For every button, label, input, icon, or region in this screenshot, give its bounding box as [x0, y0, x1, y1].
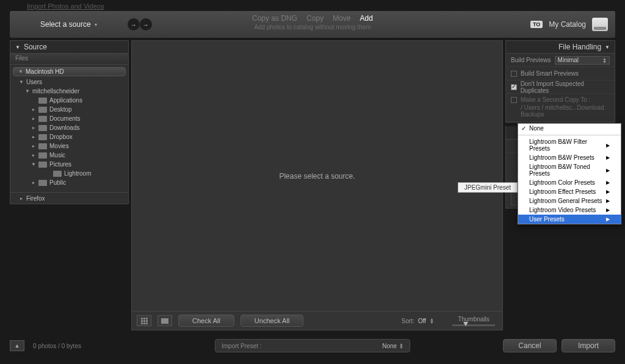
stepper-icon: ▲▼: [399, 343, 403, 349]
preview-footer: Check All Uncheck All Sort: Off ▲▼ Thumb…: [132, 312, 502, 330]
folder-icon: [38, 180, 47, 186]
source-header-label: Source: [24, 43, 47, 51]
source-forward-button[interactable]: →: [128, 18, 140, 30]
second-copy-row[interactable]: Make a Second Copy To : / Users / mitche…: [506, 94, 615, 122]
menu-item[interactable]: Lightroom B&W Presets: [518, 153, 621, 162]
stepper-icon: ▲▼: [602, 57, 607, 63]
chevron-right-icon: ▸: [31, 134, 36, 140]
loupe-view-button[interactable]: [157, 315, 172, 326]
slider-knob[interactable]: [463, 322, 468, 326]
menu-label: None: [529, 125, 544, 132]
minimize-button[interactable]: ▲: [10, 340, 24, 351]
menu-item[interactable]: Lightroom General Presets: [518, 196, 621, 205]
preview-placeholder: Please select a source.: [132, 41, 502, 312]
tree-label: Movies: [49, 143, 69, 149]
folder-icon: [38, 125, 47, 131]
files-bar: Files: [10, 54, 129, 65]
import-mode-group: Copy as DNG Copy Move Add Add photos to …: [248, 14, 377, 30]
tree-row-public[interactable]: ▸Public: [10, 178, 128, 187]
chevron-up-icon: ▲: [15, 343, 20, 349]
tree-label: mitchellschneider: [32, 88, 79, 95]
tree-row[interactable]: ▸Music: [10, 151, 128, 160]
checkbox-icon[interactable]: [511, 71, 517, 77]
source-tree: ▼ Macintosh HD ▼Users ▼mitchellschneider…: [10, 65, 129, 204]
dest-forward-button[interactable]: →: [140, 18, 152, 30]
second-copy-label: Make a Second Copy To :: [521, 96, 590, 103]
placeholder-text: Please select a source.: [279, 172, 355, 180]
build-previews-select[interactable]: Minimal ▲▼: [555, 56, 610, 65]
menu-item[interactable]: Lightroom B&W Filter Presets: [518, 137, 621, 153]
tree-row-firefox[interactable]: ▸Firefox: [10, 192, 128, 201]
chevron-right-icon: ▸: [31, 125, 36, 130]
preset-tooltip: JPEGmini Preset: [458, 182, 518, 193]
folder-icon: [53, 171, 62, 177]
tree-label: Documents: [49, 115, 81, 122]
tree-row[interactable]: ▸Documents: [10, 114, 128, 123]
tree-row-lightroom[interactable]: Lightroom: [10, 169, 128, 178]
tree-volume-row[interactable]: ▼ Macintosh HD: [13, 67, 126, 76]
build-previews-row[interactable]: Build Previews Minimal ▲▼: [506, 54, 615, 67]
smart-previews-row[interactable]: Build Smart Previews: [506, 67, 615, 80]
tree-label: Applications: [49, 97, 82, 104]
menu-label: Lightroom Color Presets: [529, 179, 595, 186]
select-source-label: Select a source: [40, 20, 91, 29]
chevron-right-icon: ▸: [31, 116, 36, 121]
file-handling-header[interactable]: File Handling ▼: [505, 40, 615, 54]
chevron-down-icon: ▼: [25, 88, 30, 94]
import-button[interactable]: Import: [562, 339, 615, 352]
mode-subtitle: Add photos to catalog without moving the…: [248, 24, 377, 30]
mode-add[interactable]: Add: [360, 14, 373, 23]
select-source-button[interactable]: Select a source ▾: [40, 20, 97, 29]
sort-control[interactable]: Sort: Off ▲▼: [402, 318, 434, 324]
mode-move[interactable]: Move: [333, 14, 350, 23]
mode-copy[interactable]: Copy: [306, 14, 323, 23]
disk-icon: [592, 18, 608, 31]
menu-label: Lightroom B&W Presets: [529, 154, 594, 161]
import-status: 0 photos / 0 bytes: [33, 343, 81, 349]
destination-group[interactable]: TO My Catalog: [530, 18, 608, 31]
mode-copy-as-dng[interactable]: Copy as DNG: [252, 14, 297, 23]
source-panel-header[interactable]: ▼ Source: [10, 40, 129, 54]
tree-row[interactable]: Applications: [10, 96, 128, 105]
no-duplicates-row[interactable]: Don't Import Suspected Duplicates: [506, 80, 615, 94]
menu-item-none[interactable]: None: [518, 124, 621, 133]
folder-icon: [38, 134, 47, 140]
folder-icon: [38, 162, 47, 168]
menu-item[interactable]: Lightroom Effect Presets: [518, 187, 621, 196]
import-preset-label: Import Preset :: [222, 343, 262, 349]
menu-item[interactable]: Lightroom B&W Toned Presets: [518, 162, 621, 178]
folder-icon: [38, 107, 47, 113]
menu-item[interactable]: Lightroom Video Presets: [518, 205, 621, 215]
cancel-button[interactable]: Cancel: [503, 339, 557, 352]
menu-item-user-presets[interactable]: User Presets: [518, 215, 621, 224]
tree-row-user[interactable]: ▼mitchellschneider: [10, 87, 128, 96]
menu-item[interactable]: Lightroom Color Presets: [518, 178, 621, 187]
tree-row[interactable]: ▸Movies: [10, 141, 128, 151]
checkbox-icon[interactable]: [511, 97, 517, 103]
thumbnail-slider[interactable]: [452, 324, 495, 326]
tree-label: Macintosh HD: [26, 68, 64, 75]
import-preset-bar[interactable]: Import Preset : None▲▼: [215, 339, 410, 352]
tree-row[interactable]: ▸Downloads: [10, 123, 128, 132]
thumbnail-size-control[interactable]: Thumbnails: [452, 316, 495, 326]
check-all-button[interactable]: Check All: [178, 315, 234, 327]
tree-label: Public: [49, 179, 66, 186]
destination-name: My Catalog: [549, 20, 586, 29]
second-copy-path: / Users / mitchellsc...Download Backups: [511, 104, 610, 118]
tree-row-pictures[interactable]: ▼Pictures: [10, 160, 128, 169]
uncheck-all-button[interactable]: Uncheck All: [240, 315, 303, 327]
tree-row[interactable]: ▸Desktop: [10, 105, 128, 114]
grid-view-button[interactable]: [137, 315, 151, 326]
menu-separator: [518, 135, 621, 135]
chevron-down-icon: ▾: [95, 22, 97, 27]
chevron-down-icon: ▼: [605, 45, 610, 50]
tree-row[interactable]: ▸Dropbox: [10, 132, 128, 141]
tree-row-users[interactable]: ▼Users: [10, 77, 128, 87]
checkbox-checked-icon[interactable]: [511, 84, 517, 90]
no-duplicates-label: Don't Import Suspected Duplicates: [521, 80, 610, 94]
develop-preset-menu[interactable]: None Lightroom B&W Filter Presets Lightr…: [518, 123, 621, 224]
folder-icon: [38, 116, 47, 122]
to-badge: TO: [530, 21, 543, 28]
folder-icon: [38, 98, 47, 104]
preview-area: Please select a source. Check All Unchec…: [131, 40, 503, 330]
